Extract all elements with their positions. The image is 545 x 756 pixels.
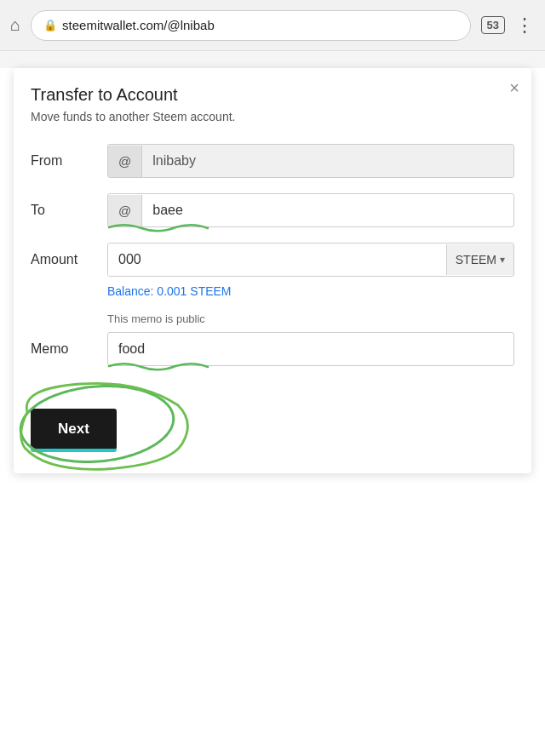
tab-count[interactable]: 53 <box>481 16 505 34</box>
to-label: To <box>31 203 107 218</box>
memo-note: This memo is public <box>107 312 514 325</box>
memo-input[interactable] <box>108 333 513 365</box>
amount-input[interactable] <box>108 243 446 276</box>
next-button-container: Next <box>31 398 117 450</box>
balance-text: Balance: 0.001 STEEM <box>107 284 232 298</box>
next-button[interactable]: Next <box>31 409 117 450</box>
to-input[interactable] <box>142 194 513 226</box>
from-at-symbol: @ <box>108 146 142 177</box>
from-input-wrapper: @ <box>107 144 514 178</box>
memo-row: Memo <box>31 332 514 366</box>
page-background: × Transfer to Account Move funds to anot… <box>0 68 545 756</box>
to-input-wrapper[interactable]: @ <box>107 193 514 227</box>
currency-label: STEEM <box>456 253 496 266</box>
memo-input-wrapper[interactable] <box>107 332 514 366</box>
balance-row: Balance: 0.001 STEEM <box>107 284 514 299</box>
to-at-symbol: @ <box>108 195 142 226</box>
browser-bar: ⌂ 🔒 steemitwallet.com/@lnibab 53 ⋮ <box>0 0 545 51</box>
memo-label: Memo <box>31 341 107 357</box>
transfer-modal: × Transfer to Account Move funds to anot… <box>14 68 531 473</box>
from-row: From @ <box>31 144 514 178</box>
modal-title: Transfer to Account <box>31 85 514 105</box>
amount-row: Amount STEEM ▾ <box>31 243 514 277</box>
chevron-down-icon: ▾ <box>500 254 505 266</box>
close-button[interactable]: × <box>509 78 519 98</box>
menu-icon[interactable]: ⋮ <box>515 14 535 37</box>
home-icon[interactable]: ⌂ <box>10 15 20 35</box>
amount-input-wrapper[interactable]: STEEM ▾ <box>107 243 514 277</box>
currency-dropdown[interactable]: STEEM ▾ <box>446 244 513 275</box>
url-text: steemitwallet.com/@lnibab <box>62 18 215 32</box>
lock-icon: 🔒 <box>43 19 57 32</box>
from-label: From <box>31 153 107 169</box>
modal-subtitle: Move funds to another Steem account. <box>31 110 514 123</box>
amount-label: Amount <box>31 252 107 267</box>
from-input <box>142 145 513 177</box>
to-row: To @ <box>31 193 514 227</box>
url-bar[interactable]: 🔒 steemitwallet.com/@lnibab <box>31 10 470 41</box>
